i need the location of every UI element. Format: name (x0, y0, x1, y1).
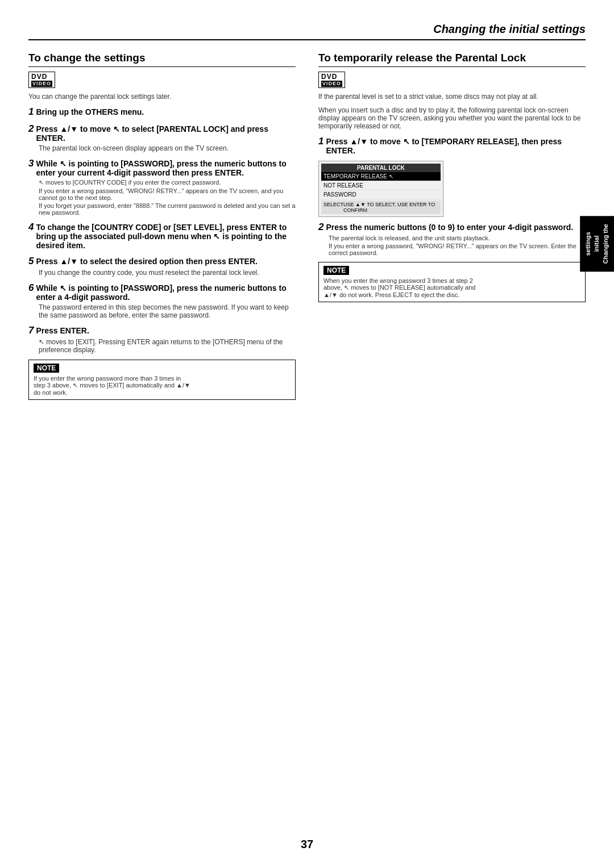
step-7-text: Press ENTER. (36, 326, 89, 335)
right-note-line-2: ▲/▼ do not work. Press EJECT to eject th… (323, 291, 580, 298)
page-title: Changing the initial settings (433, 23, 586, 35)
right-note-line-1: above, ↖ moves to [NOT RELEASE] automati… (323, 284, 580, 291)
step-6-note: The password entered in this step become… (39, 303, 296, 319)
dvd-badge-left: DVD VIDEO (28, 72, 55, 88)
page-container: Changing the initial settings To change … (0, 0, 614, 868)
right-intro-0: If the parental level is set to a strict… (318, 93, 586, 101)
right-column: To temporarily release the Parental Lock… (318, 52, 586, 404)
right-note-box: NOTE When you enter the wrong password 3… (318, 262, 586, 302)
right-step-2-note-1: If you enter a wrong password, "WRONG! R… (329, 243, 586, 256)
right-note-label: NOTE (323, 266, 349, 275)
step-7: 7 Press ENTER. ↖ moves to [EXIT]. Pressi… (28, 325, 296, 354)
right-step-2-note-0: The parental lock is released, and the u… (329, 235, 586, 241)
right-step-2-text: Press the numeric buttons (0 to 9) to en… (326, 223, 573, 232)
right-step-1: 1 Press ▲/▼ to move ↖ to [TEMPORARY RELE… (318, 136, 586, 155)
step-3-note-2: If you forget your password, enter "8888… (39, 202, 296, 216)
right-section-title: To temporarily release the Parental Lock (318, 52, 586, 67)
step-3-note-1: If you enter a wrong password, "WRONG! R… (39, 187, 296, 201)
step-5: 5 Press ▲/▼ to select the desired option… (28, 256, 296, 277)
screen-row-1: NOT RELEASE (321, 181, 441, 190)
dvd-badge-right: DVD VIDEO (318, 72, 345, 88)
page-number: 37 (301, 838, 313, 851)
step-1: 1 Bring up the OTHERS menu. (28, 106, 296, 118)
right-step-2: 2 Press the numeric buttons (0 to 9) to … (318, 222, 586, 256)
page-header: Changing the initial settings (28, 23, 586, 40)
step-2: 2 Press ▲/▼ to move ↖ to select [PARENTA… (28, 123, 296, 152)
screen-title: PARENTAL LOCK (321, 164, 441, 172)
left-column: To change the settings DVD VIDEO You can… (28, 52, 296, 404)
screen-mockup: PARENTAL LOCK TEMPORARY RELEASE ↖ NOT RE… (318, 161, 443, 217)
step-5-text: Press ▲/▼ to select the desired option t… (36, 257, 257, 266)
step-4-text: To change the [COUNTRY CODE] or [SET LEV… (36, 223, 296, 250)
left-intro: You can change the parental lock setting… (28, 93, 296, 101)
screen-bottom-bar: SELECT USE ▲▼ TO SELECT. USE ENTER TO CO… (321, 201, 441, 214)
step-2-note: The parental lock on-screen display appe… (39, 144, 296, 152)
left-note-line-1: step 3 above, ↖ moves to [EXIT] automati… (34, 382, 291, 389)
screen-row-0: TEMPORARY RELEASE ↖ (321, 172, 441, 181)
left-note-line-0: If you enter the wrong password more tha… (34, 375, 291, 382)
side-tab: Changing theinitialsettings (580, 216, 614, 272)
left-note-label: NOTE (34, 364, 59, 373)
step-1-text: Bring up the OTHERS menu. (36, 107, 144, 116)
step-3-note-0: ↖ moves to [COUNTRY CODE] if you enter t… (39, 179, 296, 186)
left-section-title: To change the settings (28, 52, 296, 67)
step-7-note: ↖ moves to [EXIT]. Pressing ENTER again … (39, 338, 296, 354)
step-5-note: If you change the country code, you must… (39, 269, 296, 277)
left-note-box: NOTE If you enter the wrong password mor… (28, 360, 296, 400)
step-6: 6 While ↖ is pointing to [PASSWORD], pre… (28, 282, 296, 319)
step-2-text: Press ▲/▼ to move ↖ to select [PARENTAL … (36, 124, 296, 143)
step-4: 4 To change the [COUNTRY CODE] or [SET L… (28, 222, 296, 250)
right-note-line-0: When you enter the wrong password 3 time… (323, 277, 580, 284)
right-intro-1: When you insert such a disc and try to p… (318, 106, 586, 130)
two-column-layout: To change the settings DVD VIDEO You can… (28, 52, 586, 404)
step-6-text: While ↖ is pointing to [PASSWORD], press… (36, 283, 296, 302)
step-3-text: While ↖ is pointing to [PASSWORD], press… (36, 159, 296, 177)
screen-row-2: PASSWORD (321, 190, 441, 199)
right-step-1-text: Press ▲/▼ to move ↖ to [TEMPORARY RELEAS… (326, 137, 586, 155)
step-3: 3 While ↖ is pointing to [PASSWORD], pre… (28, 158, 296, 216)
left-note-line-2: do not work. (34, 389, 291, 396)
